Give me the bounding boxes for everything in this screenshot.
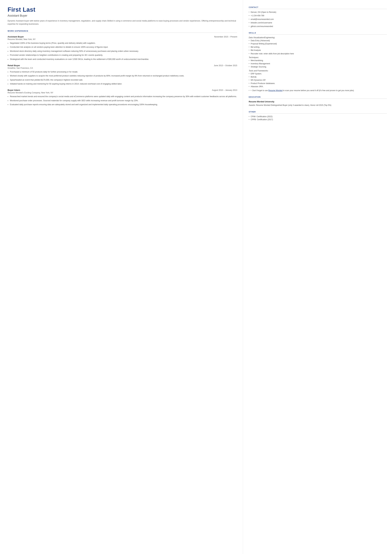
contact-email: email@resumeworded.com [249, 18, 387, 21]
job-company-1: Resume Worded, New York, NY [7, 38, 237, 40]
tools-category: Tools and Frameworks: [249, 70, 387, 72]
contact-linkedin: linkedin.com/in/username [249, 21, 387, 24]
candidate-title: Assistant Buyer [7, 14, 237, 17]
skill-viz-3: Bid writing. [249, 46, 387, 49]
education-header: EDUCATION [249, 96, 387, 99]
skill-tech-3: Strategic Sourcing. [249, 66, 387, 68]
job-dates-1: November 2015 – Present [214, 36, 237, 38]
bullet-2-2: Worked closely with suppliers to acquire… [7, 74, 237, 77]
skill-tech-1: Merchandising. [249, 59, 387, 62]
job-dates-3: August 2010 – January 2013 [212, 89, 237, 91]
contact-github: github.com/resumeworded [249, 25, 387, 28]
left-column: First Last Assistant Buyer Dynamic Assis… [0, 0, 243, 554]
job-dates-2: June 2013 – October 2015 [214, 64, 237, 67]
skills-section: SKILLS Data Visualization/Engineering: D… [249, 32, 387, 92]
work-experience-header: WORK EXPERIENCE [7, 30, 237, 33]
skill-tool-5: Atlassian JIRA. [249, 85, 387, 88]
bullet-1-2: Conducted risk analysis on all vendors p… [7, 46, 237, 49]
skill-tech-2: Inventory Management [249, 62, 387, 65]
contact-location: Denver, OH (Open to Remote) [249, 11, 387, 14]
education-section: EDUCATION Resume Worded University Award… [249, 96, 387, 107]
bullet-2-3: Spearheaded an event that yielded $170,0… [7, 78, 237, 82]
bullet-3-1: Researched market trends and ensured the… [7, 95, 237, 98]
bullet-2-1: Purchased a minimum of 50 products daily… [7, 70, 237, 73]
recruiter-note: Recruiter note: enter skills from job de… [249, 52, 387, 55]
other-section: OTHER CPIM- Certification (2022) CPPB- C… [249, 111, 387, 121]
contact-header: CONTACT [249, 6, 387, 9]
other-item-1: CPIM- Certification (2022) [249, 115, 387, 118]
skill-viz-1: Data Entry (Advanced) [249, 39, 387, 42]
viz-category: Data Visualization/Engineering: [249, 36, 387, 39]
bullet-3-2: Monitored purchase order processes. Sour… [7, 99, 237, 102]
edu-institution: Resume Worded University [249, 101, 387, 103]
bullet-1-1: Negotiated 100% of the business buying t… [7, 42, 237, 45]
job-title-2: Retail Buyer [7, 64, 20, 67]
skill-tool-3: MS Dynamics GP. [249, 79, 387, 82]
other-header: OTHER [249, 111, 387, 113]
bullet-2-4: Initiated hands-on training and mentorin… [7, 83, 237, 85]
job-title-row-3: Buyer Intern August 2010 – January 2013 [7, 89, 237, 91]
job-company-2: Growthsi, San Francisco, CA [7, 67, 237, 69]
skill-tool-2: Biztrak. [249, 76, 387, 78]
other-item-2: CPPB- Certification (2017) [249, 119, 387, 121]
bullet-1-5: Strategized with the team and conducted … [7, 58, 237, 61]
techniques-category: Techniques: [249, 56, 387, 59]
job-block-2: Retail Buyer June 2013 – October 2015 Gr… [7, 64, 237, 86]
candidate-name: First Last [7, 6, 237, 13]
skill-viz-2: Proposal Writing (Experienced) [249, 42, 387, 45]
job-bullets-1: Negotiated 100% of the business buying t… [7, 42, 237, 61]
job-title-row-1: Assistant Buyer November 2015 – Present [7, 35, 237, 38]
bullet-3-3: Evaluated daily purchase reports ensurin… [7, 103, 237, 106]
job-bullets-2: Purchased a minimum of 50 products daily… [7, 70, 237, 86]
bullet-1-3: Monitored stock directory daily using in… [7, 50, 237, 53]
contact-phone: +1-234-456-789 [249, 14, 387, 17]
bullet-1-4: Promoted vendor relationships to heighte… [7, 54, 237, 57]
job-title-row-2: Retail Buyer June 2013 – October 2015 [7, 64, 237, 67]
candidate-summary: Dynamic Assistant buyer with twelve year… [7, 19, 237, 26]
job-bullets-3: Researched market trends and ensured the… [7, 95, 237, 106]
job-block-3: Buyer Intern August 2010 – January 2013 … [7, 89, 237, 106]
right-column: CONTACT Denver, OH (Open to Remote) +1-2… [243, 0, 392, 554]
contact-section: CONTACT Denver, OH (Open to Remote) +1-2… [249, 6, 387, 28]
job-company-3: Resume Worded's Exciting Company, New Yo… [7, 91, 237, 94]
job-title-1: Assistant Buyer [7, 35, 24, 38]
skill-tool-1: ERP System. [249, 72, 387, 75]
skills-header: SKILLS [249, 32, 387, 35]
edu-awards: Awards: Resume Worded Distinguished Buye… [249, 104, 387, 107]
skill-tool-4: Product Producer databases. [249, 82, 387, 85]
job-title-3: Buyer Intern [7, 89, 20, 91]
skill-viz-4: Bid Analysis [249, 49, 387, 52]
scan-note: • Don't forget to use Resume Worded to s… [249, 89, 387, 92]
job-block-1: Assistant Buyer November 2015 – Present … [7, 35, 237, 61]
